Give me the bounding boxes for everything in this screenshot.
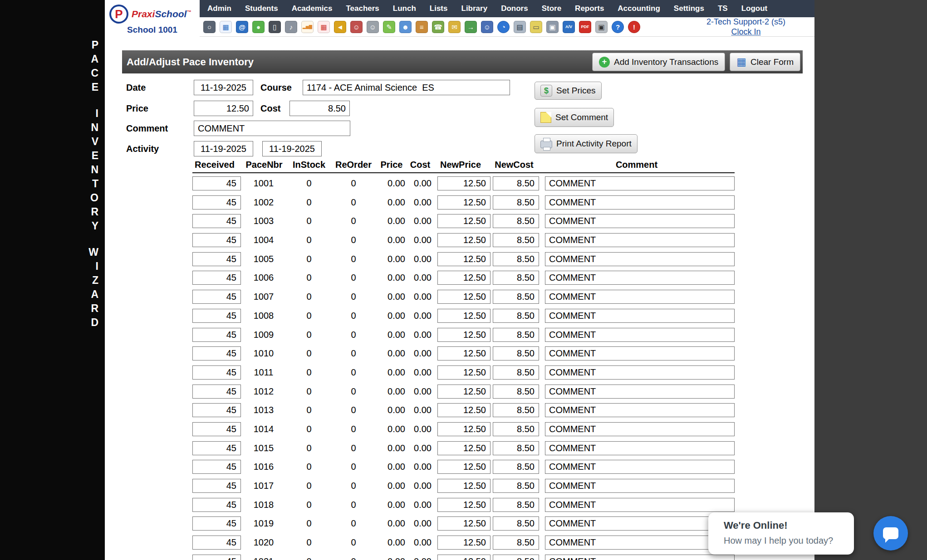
newcost-input[interactable]: [493, 365, 539, 380]
clock-icon[interactable]: ◔: [497, 21, 510, 33]
newcost-input[interactable]: [493, 328, 539, 342]
newcost-input[interactable]: [493, 555, 539, 560]
received-input[interactable]: [192, 176, 241, 190]
person-blue-icon[interactable]: ☺: [481, 21, 493, 33]
row-comment-input[interactable]: [545, 176, 735, 190]
nav-item-library[interactable]: Library: [455, 4, 495, 13]
cost-input[interactable]: [289, 101, 350, 116]
newprice-input[interactable]: [437, 385, 490, 399]
newprice-input[interactable]: [437, 176, 490, 190]
newcost-input[interactable]: [493, 309, 539, 323]
set-prices-button[interactable]: $ Set Prices: [535, 82, 602, 100]
newcost-input[interactable]: [493, 252, 539, 266]
people-search-icon[interactable]: ☻: [399, 21, 412, 33]
send-icon[interactable]: →: [465, 21, 477, 33]
newprice-input[interactable]: [437, 365, 490, 380]
nav-item-store[interactable]: Store: [535, 4, 568, 13]
newprice-input[interactable]: [437, 536, 490, 550]
newprice-input[interactable]: [437, 195, 490, 209]
received-input[interactable]: [192, 346, 241, 360]
received-input[interactable]: [192, 460, 241, 474]
nav-item-lists[interactable]: Lists: [423, 4, 455, 13]
course-input[interactable]: [303, 80, 510, 95]
received-input[interactable]: [192, 479, 241, 493]
nav-item-lunch[interactable]: Lunch: [386, 4, 423, 13]
received-input[interactable]: [192, 441, 241, 455]
printer-icon[interactable]: ▣: [595, 21, 608, 33]
help-icon[interactable]: ?: [612, 21, 624, 33]
received-input[interactable]: [192, 498, 241, 512]
row-comment-input[interactable]: [545, 365, 735, 380]
megaphone-icon[interactable]: ◄: [334, 21, 346, 33]
student-red-icon[interactable]: ☺: [350, 21, 363, 33]
id-card-icon[interactable]: ▭: [530, 21, 542, 33]
received-input[interactable]: [192, 385, 241, 399]
newcost-input[interactable]: [493, 290, 539, 304]
nav-item-accounting[interactable]: Accounting: [611, 4, 667, 13]
calendar-grid-icon[interactable]: ▦: [220, 21, 232, 33]
newcost-input[interactable]: [493, 479, 539, 493]
chart-icon[interactable]: ▂▅▇: [301, 21, 314, 33]
clock-in-link[interactable]: Clock In: [731, 27, 760, 37]
row-comment-input[interactable]: [545, 214, 735, 228]
audio-speaker-icon[interactable]: ♪: [285, 21, 297, 33]
received-input[interactable]: [192, 422, 241, 436]
mobile-phone-icon[interactable]: ▯: [269, 21, 281, 33]
row-comment-input[interactable]: [545, 290, 735, 304]
received-input[interactable]: [192, 252, 241, 266]
received-input[interactable]: [192, 233, 241, 247]
pills-icon[interactable]: ●: [252, 21, 265, 33]
row-comment-input[interactable]: [545, 309, 735, 323]
lunch-icon[interactable]: ≡: [416, 21, 428, 33]
newcost-input[interactable]: [493, 385, 539, 399]
nav-item-admin[interactable]: Admin: [201, 4, 238, 13]
newcost-input[interactable]: [493, 214, 539, 228]
nav-item-reports[interactable]: Reports: [568, 4, 611, 13]
nav-item-logout[interactable]: Logout: [735, 4, 775, 13]
printer-cash-icon[interactable]: ▣: [546, 21, 559, 33]
received-input[interactable]: [192, 403, 241, 417]
comment-input[interactable]: [194, 121, 350, 136]
row-comment-input[interactable]: [545, 195, 735, 209]
row-comment-input[interactable]: [545, 271, 735, 285]
note-green-icon[interactable]: ✎: [383, 21, 395, 33]
row-comment-input[interactable]: [545, 328, 735, 342]
phone-directory-icon[interactable]: ☎: [432, 21, 444, 33]
row-comment-input[interactable]: [545, 252, 735, 266]
at-email-icon[interactable]: @: [236, 21, 248, 33]
alert-icon[interactable]: !: [628, 21, 640, 33]
newcost-input[interactable]: [493, 233, 539, 247]
row-comment-input[interactable]: [545, 385, 735, 399]
row-comment-input[interactable]: [545, 346, 735, 360]
set-comment-button[interactable]: Set Comment: [535, 108, 614, 127]
chat-launcher-button[interactable]: [873, 516, 908, 550]
nav-item-students[interactable]: Students: [238, 4, 285, 13]
clear-form-button[interactable]: ▦ Clear Form: [730, 53, 800, 71]
newprice-input[interactable]: [437, 403, 490, 417]
nav-item-teachers[interactable]: Teachers: [339, 4, 386, 13]
nav-item-academics[interactable]: Academics: [285, 4, 339, 13]
row-comment-input[interactable]: [545, 536, 735, 550]
nav-item-settings[interactable]: Settings: [667, 4, 711, 13]
price-input[interactable]: [194, 101, 253, 116]
newprice-input[interactable]: [437, 290, 490, 304]
newprice-input[interactable]: [437, 479, 490, 493]
row-comment-input[interactable]: [545, 479, 735, 493]
newprice-input[interactable]: [437, 328, 490, 342]
row-comment-input[interactable]: [545, 555, 735, 560]
pdf-icon[interactable]: PDF: [579, 21, 591, 33]
search-icon[interactable]: ○: [203, 21, 216, 33]
add-inventory-transactions-button[interactable]: + Add Inventory Transactions: [592, 53, 725, 71]
row-comment-input[interactable]: [545, 516, 735, 531]
received-input[interactable]: [192, 214, 241, 228]
mail-icon[interactable]: ✉: [448, 21, 461, 33]
received-input[interactable]: [192, 555, 241, 560]
newcost-input[interactable]: [493, 195, 539, 209]
newprice-input[interactable]: [437, 233, 490, 247]
row-comment-input[interactable]: [545, 403, 735, 417]
newprice-input[interactable]: [437, 252, 490, 266]
newcost-input[interactable]: [493, 441, 539, 455]
received-input[interactable]: [192, 309, 241, 323]
received-input[interactable]: [192, 271, 241, 285]
newcost-input[interactable]: [493, 460, 539, 474]
